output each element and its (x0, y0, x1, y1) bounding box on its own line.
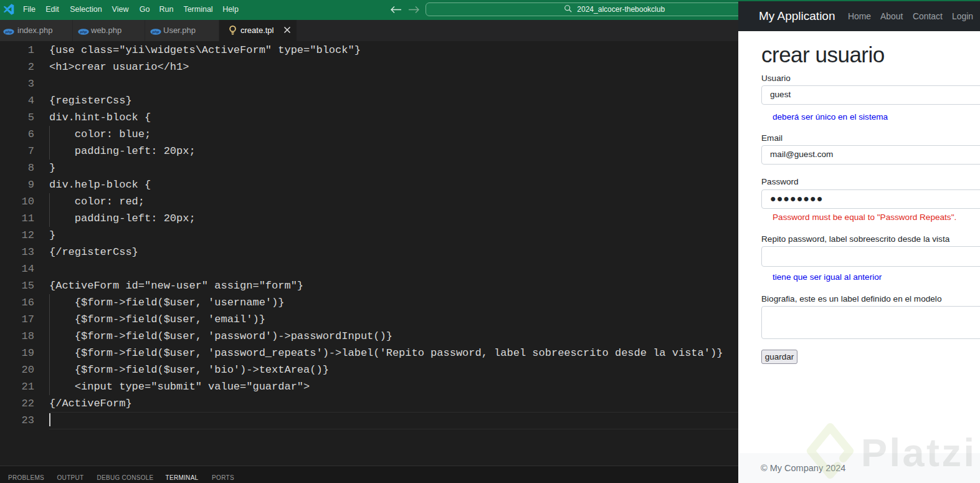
svg-text:php: php (152, 30, 159, 34)
svg-text:php: php (80, 30, 87, 34)
svg-text:php: php (5, 30, 12, 34)
